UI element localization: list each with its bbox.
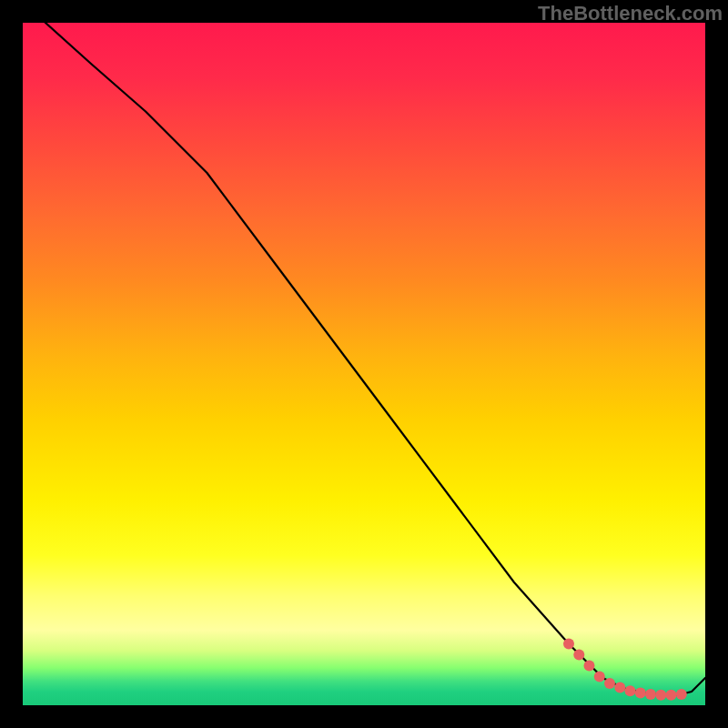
marker-dot [563,639,574,650]
marker-dot [614,682,625,693]
marker-dot [676,689,687,700]
marker-dot [666,690,677,701]
marker-dot [625,685,636,696]
watermark-label: TheBottleneck.com [538,2,723,25]
chart-overlay [23,23,705,705]
marker-dot [645,689,656,700]
plot-area [23,23,705,705]
marker-dot [655,690,666,701]
marker-dots [563,639,687,701]
marker-dot [635,688,646,699]
marker-dot [584,661,595,672]
marker-dot [604,678,615,689]
marker-dot [573,650,584,661]
curve-line [23,23,705,695]
chart-frame: TheBottleneck.com [0,0,728,728]
marker-dot [594,672,605,682]
